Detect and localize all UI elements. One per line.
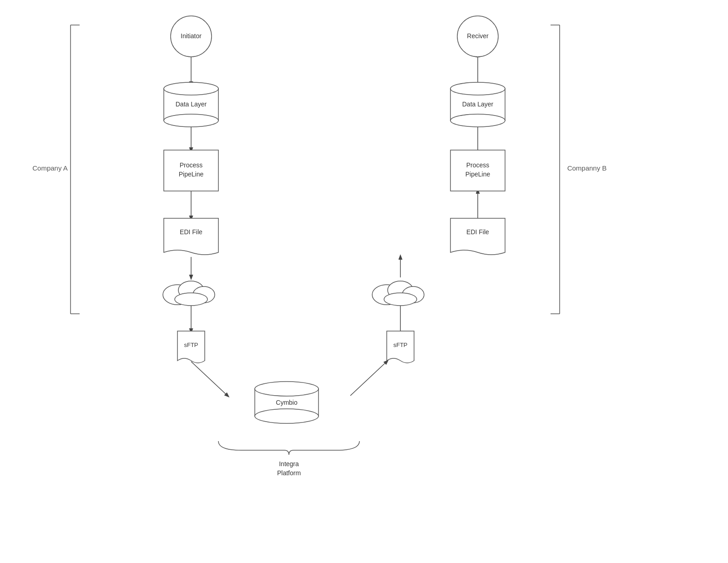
svg-line-5 bbox=[191, 362, 228, 396]
svg-point-31 bbox=[450, 114, 505, 127]
process-pipeline-b-label-2: PipeLine bbox=[465, 171, 490, 178]
platform-label-1: Integra bbox=[279, 460, 299, 467]
company-a-label: Company A bbox=[32, 164, 68, 172]
svg-point-22 bbox=[255, 382, 318, 396]
platform-label-2: Platform bbox=[277, 469, 301, 477]
cymbio-label: Cymbio bbox=[276, 399, 298, 406]
svg-point-20 bbox=[175, 293, 207, 306]
edi-file-b-label: EDI File bbox=[466, 228, 489, 236]
diagram-container: Initiator Data Layer Process PipeLine ED… bbox=[0, 0, 728, 563]
data-layer-a-label: Data Layer bbox=[176, 101, 207, 108]
cloud-b bbox=[372, 281, 424, 306]
receiver-label: Reciver bbox=[467, 32, 489, 40]
process-pipeline-a-label-1: Process bbox=[180, 161, 203, 169]
svg-point-23 bbox=[255, 409, 318, 423]
data-layer-b-label: Data Layer bbox=[462, 101, 494, 108]
process-pipeline-a-label-2: PipeLine bbox=[179, 171, 204, 178]
svg-point-30 bbox=[450, 82, 505, 95]
process-pipeline-b-label-1: Process bbox=[466, 161, 490, 169]
initiator-label: Initiator bbox=[181, 32, 202, 40]
svg-line-6 bbox=[350, 362, 387, 396]
sftp-b-label: sFTP bbox=[393, 342, 407, 348]
svg-point-15 bbox=[164, 114, 218, 127]
company-b-label: Companny B bbox=[567, 164, 607, 172]
svg-point-27 bbox=[384, 293, 417, 306]
main-svg: Initiator Data Layer Process PipeLine ED… bbox=[0, 0, 728, 563]
svg-point-14 bbox=[164, 82, 218, 95]
edi-file-a-label: EDI File bbox=[180, 228, 202, 236]
sftp-a-label: sFTP bbox=[184, 342, 198, 348]
cloud-a bbox=[163, 281, 215, 306]
